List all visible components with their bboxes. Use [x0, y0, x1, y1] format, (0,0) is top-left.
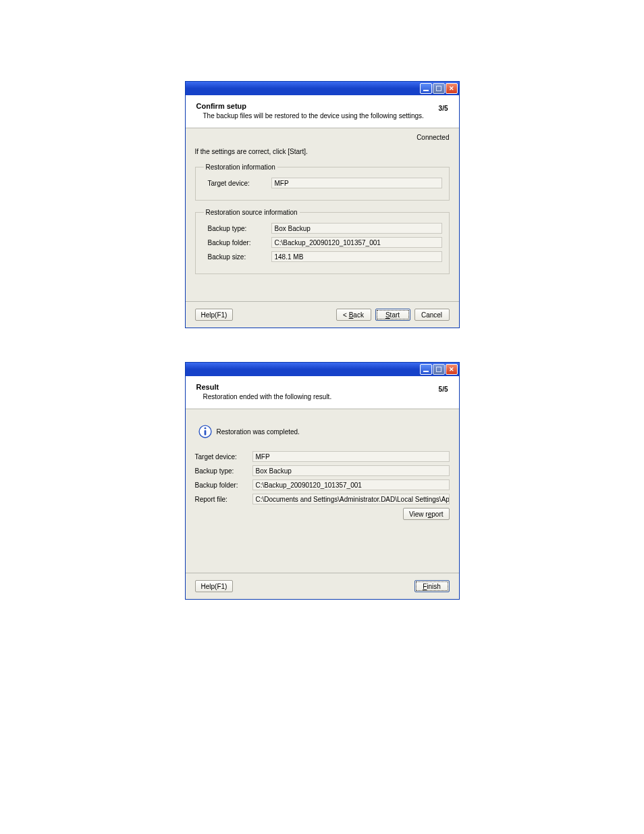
help-button[interactable]: Help(F1)	[195, 309, 234, 321]
connection-status: Connected	[195, 134, 450, 141]
backup-type-label: Backup type:	[204, 225, 271, 232]
backup-folder-label: Backup folder:	[204, 239, 271, 246]
titlebar: ✕	[186, 363, 459, 376]
maximize-button	[433, 364, 445, 375]
header-title: Confirm setup	[196, 102, 433, 110]
step-indicator: 3/5	[439, 105, 448, 112]
start-button[interactable]: Start	[375, 309, 410, 321]
backup-folder-value: C:\Backup_20090120_101357_001	[252, 479, 450, 490]
header-subtitle: Restoration ended with the following res…	[203, 393, 433, 400]
info-icon	[198, 424, 213, 439]
minimize-button[interactable]	[420, 364, 432, 375]
maximize-button	[433, 83, 445, 94]
header-subtitle: The backup files will be restored to the…	[203, 112, 433, 120]
svg-rect-2	[204, 430, 206, 436]
back-button[interactable]: < Back	[336, 309, 371, 321]
backup-type-value: Box Backup	[252, 465, 450, 476]
info-row: Restoration was completed.	[198, 424, 450, 439]
backup-folder-value: C:\Backup_20090120_101357_001	[271, 237, 442, 248]
titlebar: ✕	[186, 82, 459, 95]
target-device-label: Target device:	[195, 453, 252, 461]
body-panel: Connected If the settings are correct, c…	[186, 128, 459, 302]
step-indicator: 5/5	[439, 386, 448, 393]
result-window: ✕ Result Restoration ended with the foll…	[185, 362, 460, 600]
target-device-label: Target device:	[204, 180, 271, 187]
restoration-info-group: Restoration information Target device: M…	[195, 163, 450, 201]
confirm-setup-window: ✕ Confirm setup The backup files will be…	[185, 81, 460, 328]
close-button[interactable]: ✕	[446, 364, 458, 375]
svg-point-1	[204, 427, 206, 429]
backup-type-label: Backup type:	[195, 467, 252, 475]
help-button[interactable]: Help(F1)	[195, 580, 234, 592]
body-panel: Restoration was completed. Target device…	[186, 409, 459, 573]
close-button[interactable]: ✕	[446, 83, 458, 94]
target-device-value: MFP	[252, 451, 450, 462]
instruction-text: If the settings are correct, click [Star…	[195, 148, 450, 155]
backup-folder-label: Backup folder:	[195, 481, 252, 489]
wizard-header: Confirm setup The backup files will be r…	[186, 95, 459, 128]
info-text: Restoration was completed.	[217, 428, 300, 436]
backup-type-value: Box Backup	[271, 223, 442, 234]
report-file-label: Report file:	[195, 496, 252, 503]
backup-size-label: Backup size:	[204, 253, 271, 261]
view-report-button[interactable]: View report	[403, 508, 449, 520]
group-legend: Restoration information	[204, 163, 277, 171]
report-file-value: C:\Documents and Settings\Administrator.…	[252, 494, 450, 504]
wizard-header: Result Restoration ended with the follow…	[186, 376, 459, 409]
cancel-button[interactable]: Cancel	[414, 309, 450, 321]
finish-button[interactable]: Finish	[414, 580, 450, 592]
footer-panel: Help(F1) < Back Start Cancel	[186, 302, 459, 328]
restoration-source-group: Restoration source information Backup ty…	[195, 209, 450, 274]
group-legend: Restoration source information	[204, 209, 300, 216]
target-device-value: MFP	[271, 178, 442, 188]
backup-size-value: 148.1 MB	[271, 251, 442, 262]
header-title: Result	[196, 383, 433, 391]
minimize-button[interactable]	[420, 83, 432, 94]
footer-panel: Help(F1) Finish	[186, 573, 459, 599]
